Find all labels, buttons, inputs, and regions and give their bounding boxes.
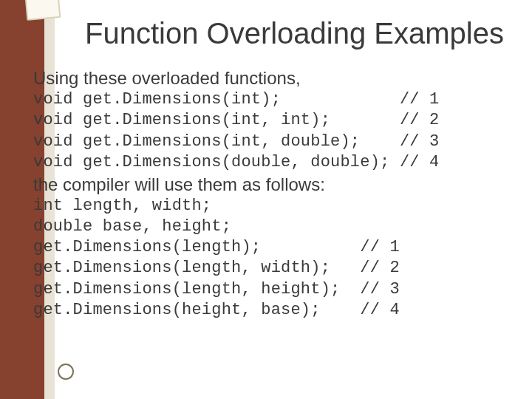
page-curl-decoration (25, 0, 61, 21)
intro-text: Using these overloaded functions, (33, 66, 517, 89)
usage-line-6: get.Dimensions(height, base); // 4 (33, 300, 517, 321)
mid-text: the compiler will use them as follows: (33, 173, 517, 196)
usage-line-3: get.Dimensions(length); // 1 (33, 237, 517, 258)
slide-title: Function Overloading Examples (85, 16, 517, 50)
slide-content: Function Overloading Examples Using thes… (85, 16, 517, 321)
usage-line-2: double base, height; (33, 216, 517, 237)
usage-line-5: get.Dimensions(length, height); // 3 (33, 279, 517, 300)
usage-line-1: int length, width; (33, 196, 517, 216)
declaration-line-3: void get.Dimensions(int, double); // 3 (33, 132, 517, 152)
declaration-line-4: void get.Dimensions(double, double); // … (33, 152, 517, 173)
declaration-line-1: void get.Dimensions(int); // 1 (33, 89, 517, 110)
usage-line-4: get.Dimensions(length, width); // 2 (33, 258, 517, 279)
ring-decoration (58, 364, 74, 380)
declaration-line-2: void get.Dimensions(int, int); // 2 (33, 110, 517, 131)
